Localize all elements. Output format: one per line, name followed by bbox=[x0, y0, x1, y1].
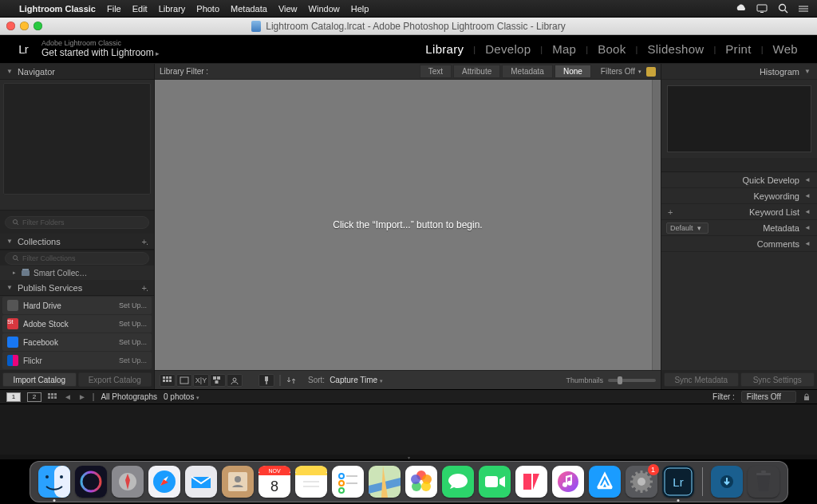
jump-grid-icon[interactable] bbox=[48, 393, 57, 401]
dock-app-settings[interactable] bbox=[626, 466, 657, 498]
secondary-display-button[interactable]: 2 bbox=[27, 392, 41, 402]
dock-trash[interactable] bbox=[748, 466, 780, 498]
filter-collections-input[interactable]: Filter Collections bbox=[5, 252, 149, 265]
dock-app-contacts[interactable] bbox=[222, 466, 254, 498]
module-web[interactable]: Web bbox=[767, 40, 804, 58]
quick-develop-header[interactable]: Quick Develop◄ bbox=[661, 172, 817, 188]
filter-tab-metadata[interactable]: Metadata bbox=[502, 65, 553, 78]
sort-label: Sort: bbox=[308, 376, 325, 384]
publish-service-hd[interactable]: Hard DriveSet Up... bbox=[2, 297, 152, 314]
loupe-view-icon[interactable] bbox=[176, 374, 192, 387]
publish-services-header[interactable]: ▼ Publish Services bbox=[0, 280, 154, 296]
menu-library[interactable]: Library bbox=[159, 4, 186, 14]
primary-display-button[interactable]: 1 bbox=[6, 392, 21, 402]
add-collection-icon[interactable] bbox=[142, 237, 148, 246]
sync-settings-button[interactable]: Sync Settings bbox=[740, 372, 815, 387]
filter-lock-icon[interactable] bbox=[646, 67, 656, 77]
filmstrip[interactable] bbox=[0, 404, 817, 455]
dock-app-finder[interactable] bbox=[38, 466, 70, 498]
publish-service-fl[interactable]: FlickrSet Up... bbox=[2, 352, 152, 369]
survey-view-icon[interactable] bbox=[210, 374, 226, 387]
people-view-icon[interactable] bbox=[227, 374, 243, 387]
module-slideshow[interactable]: Slideshow bbox=[641, 40, 710, 58]
filter-tab-text[interactable]: Text bbox=[420, 65, 452, 78]
menu-metadata[interactable]: Metadata bbox=[231, 4, 267, 14]
histogram-panel-header[interactable]: Histogram ▼ bbox=[661, 64, 817, 80]
filter-folders-input[interactable]: Filter Folders bbox=[5, 216, 149, 229]
comments-header[interactable]: Comments◄ bbox=[661, 236, 817, 252]
module-book[interactable]: Book bbox=[591, 40, 632, 58]
painter-tool-icon[interactable] bbox=[259, 374, 274, 387]
collections-panel-header[interactable]: ▼ Collections bbox=[0, 234, 154, 250]
publish-service-st[interactable]: StAdobe StockSet Up... bbox=[2, 315, 152, 333]
go-forward-icon[interactable]: ► bbox=[78, 392, 86, 401]
dock-app-mail[interactable] bbox=[185, 466, 217, 498]
dock-app-appstore[interactable] bbox=[589, 466, 621, 498]
dock-app-safari[interactable] bbox=[148, 466, 180, 498]
dock-app-siri[interactable] bbox=[75, 466, 107, 498]
navigator-panel-header[interactable]: ▼ Navigator bbox=[0, 64, 154, 80]
module-library[interactable]: Library bbox=[419, 40, 470, 58]
smart-collections-item[interactable]: Smart Collec… bbox=[0, 266, 154, 280]
metadata-header[interactable]: Metadata◄ bbox=[661, 220, 817, 236]
control-center-icon[interactable] bbox=[798, 3, 809, 14]
disclosure-triangle-icon: ▼ bbox=[6, 238, 13, 245]
svg-line-87 bbox=[636, 489, 637, 491]
keywording-header[interactable]: Keywording◄ bbox=[661, 188, 817, 204]
filter-tab-none[interactable]: None bbox=[555, 65, 591, 78]
library-grid-view[interactable]: Click the “Import...” button to begin. bbox=[155, 80, 661, 370]
menu-photo[interactable]: Photo bbox=[196, 4, 219, 14]
navigator-label: Navigator bbox=[18, 67, 55, 77]
menu-file[interactable]: File bbox=[107, 4, 121, 14]
sort-value-combo[interactable]: Capture Time ▾ bbox=[330, 376, 383, 384]
module-map[interactable]: Map bbox=[546, 40, 582, 58]
dock-app-facetime[interactable] bbox=[479, 466, 511, 498]
service-setup-link[interactable]: Set Up... bbox=[119, 338, 147, 346]
filter-tab-attribute[interactable]: Attribute bbox=[453, 65, 500, 78]
publish-service-fb[interactable]: FacebookSet Up... bbox=[2, 333, 152, 351]
module-develop[interactable]: Develop bbox=[479, 40, 537, 58]
dock-app-launchpad[interactable] bbox=[112, 466, 144, 498]
compare-view-icon[interactable]: X|Y bbox=[193, 374, 209, 387]
add-keyword-icon[interactable]: + bbox=[668, 207, 676, 217]
dock-app-photos[interactable] bbox=[405, 466, 437, 498]
keyword-list-header[interactable]: +Keyword List◄ bbox=[661, 204, 817, 220]
navigator-preview[interactable] bbox=[3, 83, 151, 195]
thumbnail-size-slider[interactable] bbox=[608, 379, 656, 382]
grid-view-icon[interactable] bbox=[160, 374, 176, 387]
menu-edit[interactable]: Edit bbox=[132, 4, 148, 14]
sync-metadata-button[interactable]: Sync Metadata bbox=[664, 372, 739, 387]
dock-app-maps[interactable] bbox=[369, 466, 401, 498]
dock-app-music[interactable] bbox=[552, 466, 584, 498]
export-catalog-button[interactable]: Export Catalog bbox=[78, 372, 152, 387]
app-menu[interactable]: Lightroom Classic bbox=[19, 4, 96, 14]
dock-app-lightroom[interactable]: Lr bbox=[662, 466, 694, 498]
filmstrip-source-label[interactable]: All Photographs bbox=[101, 392, 157, 401]
service-setup-link[interactable]: Set Up... bbox=[119, 301, 147, 309]
filter-preset-combo[interactable]: Filters Off▾ bbox=[601, 67, 641, 76]
dock-app-notes[interactable] bbox=[295, 466, 327, 498]
dock-downloads[interactable] bbox=[711, 466, 743, 498]
svg-rect-14 bbox=[166, 376, 168, 379]
dock-app-messages[interactable] bbox=[442, 466, 474, 498]
identity-plate[interactable]: Lr Adobe Lightroom Classic Get started w… bbox=[13, 40, 160, 58]
filter-lock-icon[interactable] bbox=[803, 393, 811, 401]
menu-view[interactable]: View bbox=[278, 4, 298, 14]
module-print[interactable]: Print bbox=[719, 40, 757, 58]
import-catalog-button[interactable]: Import Catalog bbox=[2, 372, 77, 387]
cc-sync-icon[interactable] bbox=[736, 3, 747, 14]
sort-direction-icon[interactable] bbox=[286, 374, 297, 387]
display-icon[interactable] bbox=[756, 3, 768, 14]
add-publish-service-icon[interactable] bbox=[142, 283, 148, 293]
dock-app-reminders[interactable] bbox=[332, 466, 364, 498]
spotlight-icon[interactable] bbox=[777, 3, 788, 14]
menu-window[interactable]: Window bbox=[309, 4, 340, 14]
filmstrip-filter-combo[interactable]: Filters Off bbox=[741, 391, 796, 403]
menu-help[interactable]: Help bbox=[351, 4, 369, 14]
left-panel-group: ▼ Navigator Filter Folders ▼ Collections… bbox=[0, 64, 155, 389]
service-setup-link[interactable]: Set Up... bbox=[119, 356, 147, 364]
service-setup-link[interactable]: Set Up... bbox=[119, 320, 147, 328]
go-back-icon[interactable]: ◄ bbox=[64, 392, 72, 401]
dock-app-news[interactable] bbox=[515, 466, 547, 498]
dock-app-calendar[interactable]: NOV8 bbox=[259, 466, 290, 498]
